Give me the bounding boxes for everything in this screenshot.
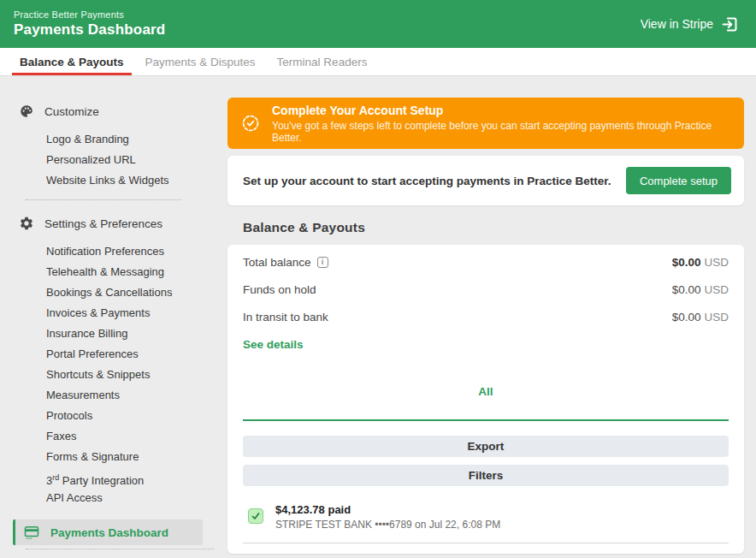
main-panel: Complete Your Account Setup You've got a… xyxy=(227,76,744,558)
app-header: Practice Better Payments Payments Dashbo… xyxy=(0,0,756,48)
sidebar-item-website-links-widgets[interactable]: Website Links & Widgets xyxy=(12,170,214,191)
customize-section-title: Customize xyxy=(44,105,99,118)
view-in-stripe-button[interactable]: View in Stripe xyxy=(641,15,739,33)
transaction-row[interactable]: $4,123.78 paid STRIPE TEST BANK ••••6789… xyxy=(243,503,729,543)
palette-icon xyxy=(19,104,34,119)
funds-on-hold-amount: $0.00 xyxy=(672,283,701,296)
transaction-detail: STRIPE TEST BANK ••••6789 on Jul 22, 6:0… xyxy=(275,519,500,531)
sidebar-item-protocols[interactable]: Protocols xyxy=(12,406,214,426)
complete-setup-button[interactable]: Complete setup xyxy=(626,167,731,194)
transaction-amount: $4,123.78 paid xyxy=(275,503,500,516)
sidebar-item-personalized-url[interactable]: Personalized URL xyxy=(12,150,214,170)
settings-section-header: Settings & Preferences xyxy=(12,214,214,233)
sidebar-item-faxes[interactable]: Faxes xyxy=(12,426,214,447)
customize-section-header: Customize xyxy=(12,102,214,121)
banner-title: Complete Your Account Setup xyxy=(272,104,730,117)
sidebar-item-bookings-cancellations[interactable]: Bookings & Cancellations xyxy=(12,282,214,303)
funds-on-hold-label: Funds on hold xyxy=(243,283,316,296)
total-balance-value: $0.00USD xyxy=(672,256,729,269)
tab-terminal-readers[interactable]: Terminal Readers xyxy=(269,48,375,75)
header-titles: Practice Better Payments Payments Dashbo… xyxy=(14,9,165,39)
sidebar-item-measurements[interactable]: Measurements xyxy=(12,385,214,406)
transaction-text: $4,123.78 paid STRIPE TEST BANK ••••6789… xyxy=(275,503,500,531)
sidebar-item-shortcuts-snippets[interactable]: Shortcuts & Snippets xyxy=(12,365,214,385)
tab-balance-payouts[interactable]: Balance & Payouts xyxy=(12,48,132,75)
sidebar-item-portal-preferences[interactable]: Portal Preferences xyxy=(12,344,214,365)
balance-card: Total balance i $0.00USD Funds on hold $… xyxy=(227,245,744,554)
external-link-icon xyxy=(721,15,739,33)
sidebar-bottom-divider xyxy=(26,549,214,549)
third-party-rest: Party Integration xyxy=(59,474,144,487)
sidebar-item-notification-preferences[interactable]: Notification Preferences xyxy=(12,241,214,262)
balance-payouts-heading: Balance & Payouts xyxy=(243,220,744,235)
balance-row-hold: Funds on hold $0.00USD xyxy=(243,276,729,303)
in-transit-value: $0.00USD xyxy=(672,311,729,324)
tab-all[interactable]: All xyxy=(478,385,493,398)
total-balance-currency: USD xyxy=(704,256,729,269)
account-setup-banner[interactable]: Complete Your Account Setup You've got a… xyxy=(227,98,744,149)
content-area: Customize Logo & Branding Personalized U… xyxy=(0,76,756,558)
balance-row-total: Total balance i $0.00USD xyxy=(243,248,729,276)
total-balance-amount: $0.00 xyxy=(672,256,701,269)
sidebar-item-logo-branding[interactable]: Logo & Branding xyxy=(12,129,214,150)
setup-card: Set up your account to start accepting p… xyxy=(227,156,744,205)
sidebar-item-api-access[interactable]: API Access xyxy=(12,488,214,508)
sidebar-item-payments-dashboard[interactable]: Payments Dashboard xyxy=(13,519,203,545)
view-in-stripe-label: View in Stripe xyxy=(641,17,713,31)
gear-icon xyxy=(19,216,34,231)
page-title: Payments Dashboard xyxy=(14,21,165,39)
dashed-circle-check-icon xyxy=(241,114,260,133)
in-transit-label: In transit to bank xyxy=(243,311,328,324)
sidebar-item-insurance-billing[interactable]: Insurance Billing xyxy=(12,324,214,344)
app-subtitle: Practice Better Payments xyxy=(14,9,165,20)
filters-button[interactable]: Filters xyxy=(243,465,729,486)
funds-on-hold-currency: USD xyxy=(704,283,729,296)
info-icon[interactable]: i xyxy=(317,257,328,268)
funds-on-hold-value: $0.00USD xyxy=(672,283,729,296)
sidebar-item-invoices-payments[interactable]: Invoices & Payments xyxy=(12,303,214,324)
tab-all-underline xyxy=(243,419,729,421)
in-transit-currency: USD xyxy=(704,311,729,324)
paid-check-icon xyxy=(248,508,263,524)
sidebar-item-third-party-integration[interactable]: 3rd Party Integration xyxy=(12,467,214,488)
tab-payments-disputes[interactable]: Payments & Disputes xyxy=(138,48,263,75)
sidebar-item-telehealth-messaging[interactable]: Telehealth & Messaging xyxy=(12,262,214,282)
balance-row-transit: In transit to bank $0.00USD xyxy=(243,303,729,330)
tab-bar: Balance & Payouts Payments & Disputes Te… xyxy=(0,48,756,76)
transactions-tab-strip: All xyxy=(243,383,729,399)
in-transit-amount: $0.00 xyxy=(672,311,701,324)
sidebar-divider xyxy=(26,199,181,200)
sidebar: Customize Logo & Branding Personalized U… xyxy=(0,76,214,558)
total-balance-label: Total balance i xyxy=(243,256,328,269)
banner-subtitle: You've got a few steps left to complete … xyxy=(272,120,730,144)
total-balance-text: Total balance xyxy=(243,256,311,269)
see-details-link[interactable]: See details xyxy=(243,330,729,358)
export-button[interactable]: Export xyxy=(243,436,729,457)
settings-section-title: Settings & Preferences xyxy=(44,217,162,230)
setup-text: Set up your account to start accepting p… xyxy=(243,175,611,187)
credit-card-icon xyxy=(23,524,40,541)
sidebar-item-forms-signature[interactable]: Forms & Signature xyxy=(12,447,214,467)
payments-dashboard-label: Payments Dashboard xyxy=(50,526,168,539)
banner-text: Complete Your Account Setup You've got a… xyxy=(272,104,730,144)
